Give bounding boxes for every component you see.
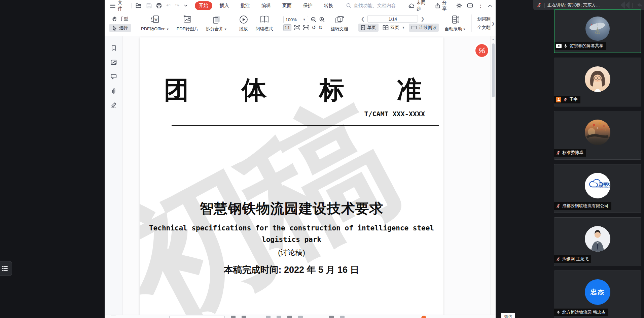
rotate-left-icon[interactable]: ↺ bbox=[312, 25, 316, 31]
next-page-button[interactable]: ❯ bbox=[418, 16, 427, 22]
chevron-down-icon[interactable] bbox=[184, 4, 187, 7]
continuous-reading-button[interactable]: 连续阅读 bbox=[409, 24, 439, 32]
more-options-icon[interactable]: ⋮ bbox=[478, 3, 483, 9]
print-icon[interactable] bbox=[156, 3, 162, 8]
tab-home[interactable]: 开始 bbox=[195, 1, 212, 10]
rotate-document-button[interactable]: 旋转文档 bbox=[327, 11, 352, 36]
full-translate-button[interactable]: a 全文翻译 bbox=[476, 24, 492, 31]
scrollbar-thumb[interactable] bbox=[492, 43, 495, 97]
statusbar-icon[interactable] bbox=[277, 316, 281, 318]
zoom-level-select[interactable]: 100% ▼ bbox=[283, 16, 308, 23]
file-menu-label: 文件 bbox=[118, 0, 127, 12]
book-icon bbox=[259, 15, 270, 24]
play-button[interactable]: 播放 bbox=[235, 11, 252, 36]
file-menu-button[interactable]: 文件 bbox=[110, 0, 127, 12]
bookmarks-icon[interactable] bbox=[110, 45, 117, 52]
statusbar-icon[interactable] bbox=[287, 316, 292, 318]
statusbar-icon[interactable] bbox=[266, 316, 271, 318]
participant-tile-hanzhongjie[interactable]: 忠杰 北方恒达物流园 韩忠杰 bbox=[554, 271, 641, 318]
sync-status-label: 未同步 bbox=[417, 0, 430, 12]
participant-tile-chenzhuo[interactable]: 标准委陈卓 bbox=[554, 111, 641, 160]
sync-status-button[interactable]: 未同步 bbox=[408, 0, 430, 12]
outline-panel-toggle-button[interactable] bbox=[0, 261, 12, 276]
feedback-chat-icon[interactable] bbox=[467, 3, 473, 8]
statusbar-icon[interactable] bbox=[298, 316, 303, 318]
attachments-icon[interactable] bbox=[110, 87, 117, 94]
search-placeholder: 查找功能、文档内容 bbox=[354, 3, 396, 9]
statusbar-icon[interactable] bbox=[329, 316, 334, 318]
tab-insert[interactable]: 插入 bbox=[216, 1, 233, 10]
save-icon[interactable] bbox=[146, 3, 152, 8]
word-translate-label: 划词翻译 bbox=[477, 16, 492, 22]
mic-muted-icon bbox=[563, 97, 568, 102]
meeting-panel: 正在讲话: 贺宗春; 京东方... 贺宗春的屏幕共享 bbox=[496, 0, 644, 318]
read-mode-label: 阅读模式 bbox=[256, 26, 273, 32]
auto-scroll-button[interactable]: 自动滚动▼ bbox=[441, 11, 469, 36]
toolbar-expand-button[interactable]: ❯ bbox=[490, 17, 496, 30]
rotate-right-icon[interactable]: ↻ bbox=[318, 25, 323, 31]
participant-tile-hezongchun[interactable]: 贺宗春的屏幕共享 bbox=[554, 9, 641, 53]
fit-width-icon[interactable] bbox=[303, 25, 310, 31]
collapse-toolbar-icon[interactable] bbox=[488, 4, 492, 7]
document-canvas[interactable]: 初稿 团 体 标 准 T/CAMT XXX-XXXX 智慧钢铁物流园建设技术要求… bbox=[123, 36, 490, 315]
tab-edit[interactable]: 编辑 bbox=[257, 1, 275, 10]
translate-fab-button[interactable]: E bbox=[475, 44, 488, 57]
statusbar-search-input[interactable] bbox=[169, 316, 225, 318]
comments-icon[interactable] bbox=[110, 73, 117, 80]
panel-arrow-decoration bbox=[625, 1, 630, 9]
full-translate-label: 全文翻译 bbox=[477, 25, 492, 31]
participant-name: 贺宗春的屏幕共享 bbox=[570, 43, 603, 49]
avatar-man-in-suit bbox=[585, 226, 610, 252]
pdf-reader-window: 文件 ↶ ↷ 开始 插入 批注 编辑 页面 保护 转换 查找功能、文档内容 bbox=[105, 0, 496, 318]
redo-icon[interactable]: ↷ bbox=[175, 2, 179, 9]
actual-size-button[interactable]: 1:1 bbox=[283, 24, 291, 31]
split-merge-label: 拆分合并 bbox=[206, 26, 223, 31]
reply-arrow-icon[interactable] bbox=[635, 2, 642, 8]
wechat-tooltip: 微信 bbox=[501, 313, 515, 318]
pdf-to-office-button[interactable]: W PDF转Office▼ bbox=[137, 11, 173, 36]
undo-icon[interactable]: ↶ bbox=[166, 2, 171, 9]
participant-tile-wanglongfei[interactable]: 淘钢网 王龙飞 bbox=[554, 217, 641, 266]
statusbar-icon[interactable] bbox=[340, 316, 345, 318]
single-page-button[interactable]: 单页 bbox=[358, 24, 379, 32]
hand-tool-button[interactable]: 手型 bbox=[109, 15, 131, 23]
search-input[interactable]: 查找功能、文档内容 bbox=[346, 3, 408, 9]
logo-text: 云钢联 bbox=[599, 182, 610, 187]
tab-convert[interactable]: 转换 bbox=[320, 1, 337, 10]
word-translate-button[interactable]: a 划词翻译 bbox=[476, 15, 492, 23]
pdf-to-image-button[interactable]: PDF转图片 bbox=[173, 11, 202, 36]
split-merge-button[interactable]: 拆分合并▼ bbox=[202, 11, 231, 36]
two-page-icon bbox=[383, 25, 389, 30]
caret-down-icon: ▼ bbox=[463, 28, 466, 31]
read-mode-button[interactable]: 阅读模式 bbox=[252, 11, 277, 36]
participant-name: 王宇 bbox=[569, 97, 578, 102]
signature-icon[interactable] bbox=[110, 101, 117, 108]
select-tool-button[interactable]: 选择 bbox=[109, 24, 131, 32]
select-tool-label: 选择 bbox=[119, 25, 128, 31]
rotate-document-icon bbox=[334, 15, 345, 24]
tab-protect[interactable]: 保护 bbox=[299, 1, 317, 10]
participant-tile-wangyu[interactable]: 王宇 bbox=[554, 58, 641, 106]
zoom-out-icon[interactable] bbox=[311, 17, 317, 23]
statusbar-icon[interactable] bbox=[242, 316, 246, 318]
fit-page-icon[interactable] bbox=[294, 25, 300, 31]
statusbar-icon[interactable] bbox=[231, 316, 236, 318]
images-icon[interactable] bbox=[110, 59, 117, 66]
settings-gear-icon[interactable] bbox=[456, 3, 462, 8]
header-char: 标 bbox=[319, 75, 344, 105]
statusbar-app-logo[interactable] bbox=[421, 316, 426, 318]
share-button[interactable]: 分享 bbox=[435, 0, 451, 12]
thumbnail-panel-icon[interactable] bbox=[111, 316, 116, 318]
two-page-button[interactable]: 双页 ▼ bbox=[380, 24, 407, 32]
tab-comment[interactable]: 批注 bbox=[237, 1, 254, 10]
zoom-in-icon[interactable] bbox=[319, 17, 325, 23]
page-indicator-input[interactable]: 1/14 bbox=[367, 15, 418, 23]
continuous-reading-label: 连续阅读 bbox=[419, 25, 436, 31]
participant-tile-yunganglian[interactable]: 云钢联 YUNGANGLIAN 成都云钢联物流有限公司 bbox=[554, 164, 641, 213]
scroll-up-arrow[interactable]: ▲ bbox=[491, 38, 496, 41]
previous-page-button[interactable]: ❮ bbox=[358, 16, 368, 22]
tab-page[interactable]: 页面 bbox=[278, 1, 296, 10]
divider bbox=[131, 3, 132, 8]
open-file-icon[interactable] bbox=[136, 3, 142, 8]
vertical-scrollbar[interactable]: ▲ bbox=[490, 36, 496, 315]
